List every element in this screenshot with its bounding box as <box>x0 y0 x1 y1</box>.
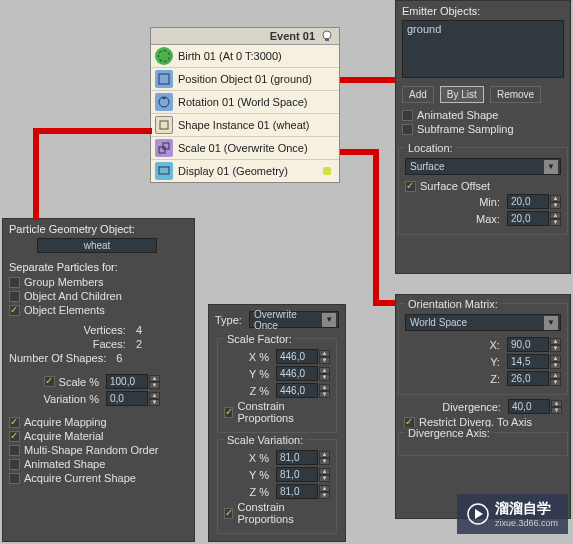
sfx-label: X % <box>249 351 269 363</box>
scale-pct-spinner[interactable]: 100,0 <box>106 374 148 389</box>
elements-checkbox[interactable] <box>9 305 20 316</box>
spinner-down[interactable]: ▼ <box>319 458 330 465</box>
event-row-display[interactable]: Display 01 (Geometry) <box>151 160 339 182</box>
acq-mapping-checkbox[interactable] <box>9 417 20 428</box>
event-row-scale[interactable]: Scale 01 (Overwrite Once) <box>151 137 339 160</box>
spinner-down[interactable]: ▼ <box>149 382 160 389</box>
event-row-position[interactable]: Position Object 01 (ground) <box>151 68 339 91</box>
anim-shape-label: Animated Shape <box>24 458 105 470</box>
spinner-down[interactable]: ▼ <box>319 475 330 482</box>
constrain-checkbox[interactable] <box>224 407 233 418</box>
svg-rect-1 <box>325 38 329 41</box>
spinner-down[interactable]: ▼ <box>319 391 330 398</box>
event-row-shape[interactable]: Shape Instance 01 (wheat) <box>151 114 339 137</box>
acq-material-label: Acquire Material <box>24 430 103 442</box>
group-members-checkbox[interactable] <box>9 277 20 288</box>
emitter-objects-header: Emitter Objects: <box>402 5 564 17</box>
spinner-up[interactable]: ▲ <box>319 468 330 475</box>
spinner-up[interactable]: ▲ <box>550 212 561 219</box>
spinner-up[interactable]: ▲ <box>149 375 160 382</box>
spinner-down[interactable]: ▼ <box>149 399 160 406</box>
event-row-birth[interactable]: Birth 01 (At 0 T:3000) <box>151 45 339 68</box>
spinner-up[interactable]: ▲ <box>550 372 561 379</box>
multishape-checkbox[interactable] <box>9 445 20 456</box>
surface-offset-checkbox[interactable] <box>405 181 416 192</box>
spinner-down[interactable]: ▼ <box>550 202 561 209</box>
sfy-spinner[interactable]: 446,0 <box>276 366 318 381</box>
sfz-spinner[interactable]: 446,0 <box>276 383 318 398</box>
constrain-label: Constrain Proportions <box>237 400 326 424</box>
subframe-checkbox[interactable] <box>402 124 413 135</box>
svg-rect-5 <box>159 147 165 153</box>
acq-current-checkbox[interactable] <box>9 473 20 484</box>
event-row-rotation[interactable]: Rotation 01 (World Space) <box>151 91 339 114</box>
vertices-value: 4 <box>136 324 142 336</box>
divergence-spinner[interactable]: 40,0 <box>508 399 550 414</box>
spinner-down[interactable]: ▼ <box>319 357 330 364</box>
spinner-up[interactable]: ▲ <box>319 367 330 374</box>
svg-rect-4 <box>160 121 168 129</box>
add-button[interactable]: Add <box>402 86 434 103</box>
scale-pct-checkbox[interactable] <box>44 376 55 387</box>
vconstrain-checkbox[interactable] <box>224 508 233 519</box>
spinner-up[interactable]: ▲ <box>319 485 330 492</box>
x-spinner[interactable]: 90,0 <box>507 337 549 352</box>
geometry-name-input[interactable] <box>37 238 157 253</box>
svy-label: Y % <box>249 469 269 481</box>
spinner-down[interactable]: ▼ <box>551 407 562 414</box>
bylist-button[interactable]: By List <box>440 86 484 103</box>
watermark: 溜溜自学 zixue.3d66.com <box>457 494 568 534</box>
spinner-down[interactable]: ▼ <box>550 362 561 369</box>
variation-pct-spinner[interactable]: 0,0 <box>106 391 148 406</box>
spinner-down[interactable]: ▼ <box>319 374 330 381</box>
svx-spinner[interactable]: 81,0 <box>276 450 318 465</box>
min-spinner[interactable]: 20,0 <box>507 194 549 209</box>
type-dropdown[interactable]: Overwrite Once ▼ <box>249 311 339 328</box>
play-icon <box>467 503 489 525</box>
spinner-up[interactable]: ▲ <box>551 400 562 407</box>
scale-factor-header: Scale Factor: <box>224 333 295 345</box>
max-spinner[interactable]: 20,0 <box>507 211 549 226</box>
spinner-down[interactable]: ▼ <box>550 219 561 226</box>
spinner-up[interactable]: ▲ <box>149 392 160 399</box>
anim-shape-checkbox[interactable] <box>9 459 20 470</box>
animated-shape-checkbox[interactable] <box>402 110 413 121</box>
orientation-dropdown[interactable]: World Space ▼ <box>405 314 561 331</box>
connector-line <box>340 77 395 83</box>
lightbulb-icon[interactable] <box>321 30 333 42</box>
orientation-value: World Space <box>410 317 467 328</box>
y-spinner[interactable]: 14,5 <box>507 354 549 369</box>
location-dropdown[interactable]: Surface ▼ <box>405 158 561 175</box>
vertices-label: Vertices: <box>84 324 126 336</box>
spinner-up[interactable]: ▲ <box>319 350 330 357</box>
orientation-header: Orientation Matrix: <box>405 298 501 310</box>
elements-label: Object Elements <box>24 304 105 316</box>
svx-label: X % <box>249 452 269 464</box>
spinner-up[interactable]: ▲ <box>550 355 561 362</box>
spinner-up[interactable]: ▲ <box>319 451 330 458</box>
remove-button[interactable]: Remove <box>490 86 541 103</box>
connector-line <box>33 128 152 134</box>
birth-label: Birth 01 (At 0 T:3000) <box>178 50 282 62</box>
spinner-down[interactable]: ▼ <box>550 345 561 352</box>
sfx-spinner[interactable]: 446,0 <box>276 349 318 364</box>
restrict-checkbox[interactable] <box>404 417 415 428</box>
scale-variation-header: Scale Variation: <box>224 434 306 446</box>
group-members-label: Group Members <box>24 276 103 288</box>
shapes-label: Number Of Shapes: <box>9 352 106 364</box>
svz-spinner[interactable]: 81,0 <box>276 484 318 499</box>
children-checkbox[interactable] <box>9 291 20 302</box>
spinner-up[interactable]: ▲ <box>550 195 561 202</box>
shapes-value: 6 <box>116 352 122 364</box>
emitter-listbox[interactable]: ground <box>402 20 564 78</box>
z-spinner[interactable]: 26,0 <box>507 371 549 386</box>
spinner-up[interactable]: ▲ <box>319 384 330 391</box>
variation-pct-label: Variation % <box>44 393 99 405</box>
connector-line <box>33 128 39 220</box>
spinner-up[interactable]: ▲ <box>550 338 561 345</box>
svy-spinner[interactable]: 81,0 <box>276 467 318 482</box>
spinner-down[interactable]: ▼ <box>550 379 561 386</box>
svg-rect-7 <box>159 167 169 174</box>
spinner-down[interactable]: ▼ <box>319 492 330 499</box>
acq-material-checkbox[interactable] <box>9 431 20 442</box>
